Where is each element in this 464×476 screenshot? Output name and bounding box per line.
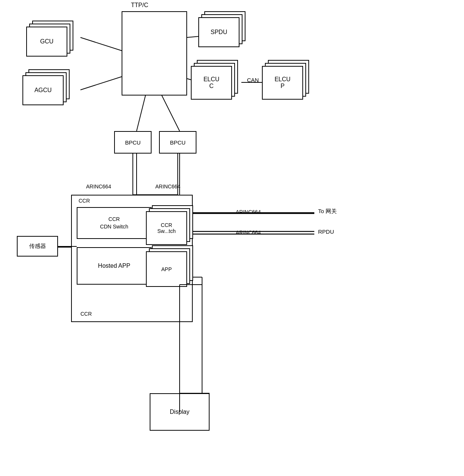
display-box: Display (150, 393, 210, 431)
ccr-top-label: CCR (79, 198, 90, 204)
svg-line-5 (137, 94, 146, 131)
arinc664-mid-right-label: ARINC664 (236, 230, 261, 236)
ttpC-box (122, 11, 187, 95)
display-label: Display (170, 409, 189, 415)
to-gateway-label: To 网关 (318, 208, 337, 215)
arinc664-top-right-label: ARINC664 (236, 209, 261, 215)
svg-line-1 (80, 75, 127, 90)
hosted-app-label: Hosted APP (98, 263, 130, 269)
elcuC-stack: ELCUC (191, 60, 243, 101)
gcu-stack: GCU (26, 21, 75, 54)
app-right-stack: APP (146, 245, 198, 288)
spdu-label: SPDU (211, 29, 227, 36)
ccr-right-label: CCRSw...tch (157, 222, 175, 234)
bpcu2-box: BPCU (159, 131, 196, 154)
gcu-box: GCU (26, 27, 67, 57)
bpcu1-label: BPCU (125, 139, 141, 146)
agcu-stack: AGCU (22, 69, 75, 107)
app-right-label: APP (161, 266, 172, 272)
ccr-switch-box: CCRCDN Switch (77, 207, 152, 239)
elcuC-label: ELCUC (204, 76, 220, 90)
hosted-app-box: Hosted APP (77, 247, 152, 285)
ccr-switch-label: CCRCDN Switch (100, 216, 128, 230)
rpdu-label: RPDU (318, 228, 334, 235)
bpcu1-box: BPCU (114, 131, 152, 154)
architecture-diagram: GCU SPDU AGCU TTP/C ELCUC CAN (0, 0, 464, 476)
can-label: CAN (247, 77, 259, 83)
elcuP-box: ELCUP (262, 66, 303, 100)
svg-line-6 (161, 94, 180, 131)
arinc664-right-label: ARINC664 (155, 184, 180, 190)
arinc664-left-label: ARINC664 (86, 184, 111, 190)
elcuP-label: ELCUP (275, 76, 291, 90)
elcuP-stack: ELCUP (262, 60, 314, 101)
spdu-stack: SPDU (198, 11, 251, 49)
ttpC-label: TTP/C (131, 2, 148, 9)
agcu-box: AGCU (22, 75, 64, 105)
agcu-label: AGCU (34, 87, 52, 94)
sensor-label: 传感器 (29, 243, 46, 250)
gcu-label: GCU (40, 38, 54, 45)
spdu-box: SPDU (198, 17, 239, 47)
elcuC-box: ELCUC (191, 66, 232, 100)
bpcu2-label: BPCU (170, 139, 186, 146)
sensor-box: 传感器 (17, 236, 58, 257)
svg-line-0 (80, 37, 127, 52)
ccr-right-stack: CCRSw...tch (146, 205, 198, 246)
ccr-bottom-label: CCR (80, 311, 92, 317)
